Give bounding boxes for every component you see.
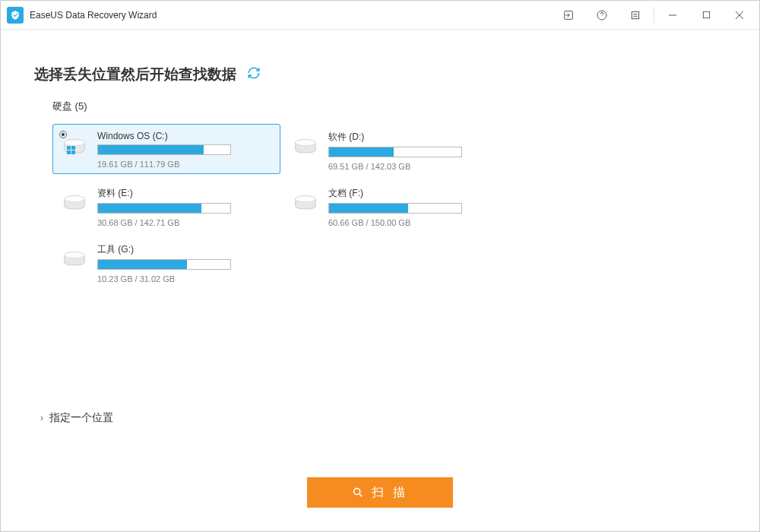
svg-rect-2 [632, 11, 638, 18]
drive-card[interactable]: 文档 (F:) 60.66 GB / 150.00 GB [283, 180, 511, 230]
radio-indicator [59, 131, 67, 138]
chevron-right-icon: › [40, 413, 43, 423]
import-icon[interactable] [552, 1, 585, 30]
drive-size-text: 30.68 GB / 142.71 GB [97, 218, 272, 227]
drive-name: 文档 (F:) [328, 187, 503, 200]
drive-usage-bar [97, 203, 231, 214]
titlebar-left: EaseUS Data Recovery Wizard [4, 7, 157, 24]
drive-info: 文档 (F:) 60.66 GB / 150.00 GB [328, 187, 503, 227]
hdd-icon [61, 243, 91, 278]
titlebar-right [552, 1, 756, 30]
scan-button-label: 扫 描 [372, 485, 408, 501]
svg-point-20 [65, 252, 85, 258]
drive-name: 软件 (D:) [328, 131, 503, 144]
svg-point-14 [296, 140, 316, 146]
content-area: 选择丢失位置然后开始查找数据 硬盘 (5) Windows OS (C:) 19… [1, 30, 759, 425]
help-icon[interactable] [585, 1, 619, 30]
titlebar: EaseUS Data Recovery Wizard [1, 1, 759, 30]
close-button[interactable] [723, 1, 756, 30]
drive-size-text: 69.51 GB / 142.03 GB [328, 162, 503, 171]
svg-rect-10 [71, 146, 75, 150]
scan-button[interactable]: 扫 描 [307, 477, 453, 508]
app-icon [7, 7, 24, 24]
drive-size-text: 60.66 GB / 150.00 GB [328, 218, 503, 227]
maximize-button[interactable] [689, 1, 723, 30]
svg-point-8 [65, 140, 85, 146]
refresh-icon[interactable] [247, 66, 261, 83]
svg-point-16 [65, 196, 85, 202]
svg-rect-9 [67, 146, 71, 150]
drive-card[interactable]: 工具 (G:) 10.23 GB / 31.02 GB [52, 236, 280, 287]
app-title: EaseUS Data Recovery Wizard [30, 10, 157, 21]
disk-section-label: 硬盘 (5) [52, 100, 726, 113]
search-icon [352, 486, 364, 499]
drive-grid: Windows OS (C:) 19.61 GB / 111.79 GB 软件 … [52, 124, 726, 293]
svg-point-21 [353, 489, 359, 495]
specify-location-row[interactable]: › 指定一个位置 [40, 411, 726, 425]
drive-info: 工具 (G:) 10.23 GB / 31.02 GB [97, 243, 272, 283]
minimize-button[interactable] [656, 1, 689, 30]
titlebar-separator [654, 7, 654, 24]
drive-info: 软件 (D:) 69.51 GB / 142.03 GB [328, 131, 503, 171]
hdd-icon [292, 131, 322, 166]
drive-name: 工具 (G:) [97, 243, 272, 256]
menu-icon[interactable] [619, 1, 652, 30]
drive-usage-bar [328, 147, 462, 157]
specify-location-label: 指定一个位置 [49, 411, 113, 425]
drive-usage-bar [97, 144, 231, 155]
hdd-icon [61, 187, 91, 222]
page-heading: 选择丢失位置然后开始查找数据 [34, 65, 236, 84]
hdd-icon [292, 187, 322, 222]
svg-rect-4 [703, 11, 709, 17]
drive-size-text: 19.61 GB / 111.79 GB [97, 160, 272, 169]
drive-usage-bar [328, 203, 462, 214]
drive-info: 资料 (E:) 30.68 GB / 142.71 GB [97, 187, 272, 227]
drive-card[interactable]: 资料 (E:) 30.68 GB / 142.71 GB [52, 180, 280, 230]
drive-info: Windows OS (C:) 19.61 GB / 111.79 GB [97, 131, 272, 169]
drive-card[interactable]: 软件 (D:) 69.51 GB / 142.03 GB [283, 124, 511, 174]
svg-line-22 [359, 494, 362, 496]
drive-size-text: 10.23 GB / 31.02 GB [97, 274, 272, 283]
svg-point-18 [296, 196, 316, 202]
drive-name: 资料 (E:) [97, 187, 272, 200]
svg-rect-12 [71, 150, 75, 154]
drive-card[interactable]: Windows OS (C:) 19.61 GB / 111.79 GB [52, 124, 280, 174]
svg-rect-11 [67, 150, 71, 154]
drive-usage-bar [97, 259, 231, 270]
drive-name: Windows OS (C:) [97, 131, 272, 141]
heading-row: 选择丢失位置然后开始查找数据 [34, 65, 726, 84]
